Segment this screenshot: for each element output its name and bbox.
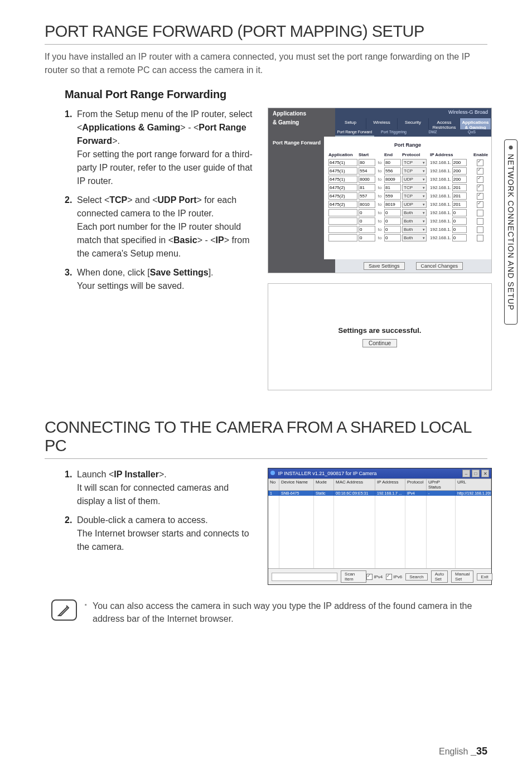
ipi-ipv4-checkbox[interactable]: IPv4 — [366, 574, 383, 580]
router-port-row: toUDP▾192.168.1. — [327, 200, 488, 209]
enable-checkbox[interactable] — [477, 159, 483, 166]
end-input[interactable] — [384, 209, 401, 216]
app-input[interactable] — [328, 184, 357, 191]
to-label: to — [376, 168, 383, 173]
router-tab-apps-gaming[interactable]: Applications & Gaming — [460, 118, 491, 129]
ip-input[interactable] — [452, 234, 467, 241]
router-left-title-b: & Gaming — [268, 118, 335, 129]
router-tab-setup[interactable]: Setup — [335, 118, 366, 129]
protocol-select[interactable]: TCP▾ — [402, 192, 427, 200]
side-tab-network-connection: NETWORK CONNECTION AND SETUP — [504, 139, 518, 325]
ipi-autoset-button[interactable]: Auto Set — [431, 570, 448, 583]
start-input[interactable] — [359, 167, 375, 175]
ip-input[interactable] — [452, 167, 467, 175]
router-tab-wireless[interactable]: Wireless — [366, 118, 398, 129]
start-input[interactable] — [359, 234, 375, 241]
ipi-search-button[interactable]: Search — [405, 573, 427, 580]
enable-checkbox[interactable] — [477, 201, 483, 208]
end-input[interactable] — [384, 217, 401, 225]
app-input[interactable] — [328, 167, 357, 175]
ipi-manualset-button[interactable]: Manual Set — [451, 570, 473, 583]
ip-input[interactable] — [452, 226, 467, 233]
app-input[interactable] — [328, 209, 357, 216]
end-input[interactable] — [384, 167, 401, 175]
continue-button[interactable]: Continue — [362, 339, 397, 347]
ipi-th-proto: Protocol — [405, 479, 427, 490]
start-input[interactable] — [359, 176, 375, 183]
ip-input[interactable] — [452, 176, 467, 183]
stepb-2-number: 2. — [65, 514, 72, 527]
protocol-select[interactable]: TCP▾ — [402, 167, 427, 175]
app-input[interactable] — [328, 192, 357, 200]
protocol-select[interactable]: Both▾ — [402, 209, 427, 216]
app-input[interactable] — [328, 159, 357, 166]
maximize-icon[interactable]: □ — [472, 470, 480, 477]
step-3-line1: When done, click [Save Settings]. — [77, 268, 214, 277]
enable-checkbox[interactable] — [477, 168, 483, 175]
router-subtab-dmz[interactable]: DMZ — [413, 129, 452, 137]
ip-input[interactable] — [452, 217, 467, 225]
router-port-row: toBoth▾192.168.1. — [327, 225, 488, 234]
stepb-2: 2. Double-click a camera to access. The … — [65, 514, 257, 554]
ip-input[interactable] — [452, 201, 467, 208]
ip-prefix: 192.168.1. — [430, 194, 451, 199]
app-input[interactable] — [328, 176, 357, 183]
router-subtab-prf[interactable]: Port Range Forward — [335, 129, 374, 137]
end-input[interactable] — [384, 192, 401, 200]
app-input[interactable] — [328, 201, 357, 208]
enable-checkbox[interactable] — [477, 226, 483, 233]
router-subtab-qos[interactable]: QoS — [452, 129, 491, 137]
router-tab-access[interactable]: Access Restrictions — [429, 118, 460, 129]
router-tab-security[interactable]: Security — [398, 118, 429, 129]
enable-checkbox[interactable] — [477, 210, 483, 216]
protocol-select[interactable]: Both▾ — [402, 226, 427, 233]
protocol-select[interactable]: UDP▾ — [402, 201, 427, 208]
ipi-exit-button[interactable]: Exit — [477, 573, 492, 580]
app-input[interactable] — [328, 217, 357, 225]
enable-checkbox[interactable] — [477, 235, 483, 241]
end-input[interactable] — [384, 159, 401, 166]
minimize-icon[interactable]: – — [462, 470, 470, 477]
app-input[interactable] — [328, 226, 357, 233]
end-input[interactable] — [384, 226, 401, 233]
start-input[interactable] — [359, 159, 375, 166]
router-save-settings-button[interactable]: Save Settings — [364, 262, 405, 270]
start-input[interactable] — [359, 209, 375, 216]
end-input[interactable] — [384, 201, 401, 208]
end-input[interactable] — [384, 234, 401, 241]
app-input[interactable] — [328, 234, 357, 241]
ip-input[interactable] — [452, 209, 467, 216]
end-input[interactable] — [384, 184, 401, 191]
ipi-th-name: Device Name — [279, 479, 314, 490]
ip-input[interactable] — [452, 159, 467, 166]
router-cancel-changes-button[interactable]: Cancel Changes — [416, 262, 463, 270]
start-input[interactable] — [359, 201, 375, 208]
protocol-select[interactable]: Both▾ — [402, 234, 427, 241]
ip-prefix: 192.168.1. — [430, 210, 451, 215]
ipi-scan-input[interactable] — [272, 573, 337, 581]
start-input[interactable] — [359, 192, 375, 200]
router-subtab-pt[interactable]: Port Triggering — [374, 129, 413, 137]
ip-installer-window: IP INSTALLER v1.21_090817 for IP Camera … — [268, 468, 492, 585]
chevron-down-icon: ▾ — [423, 186, 425, 190]
enable-checkbox[interactable] — [477, 176, 483, 183]
end-input[interactable] — [384, 176, 401, 183]
start-input[interactable] — [359, 184, 375, 191]
protocol-select[interactable]: TCP▾ — [402, 159, 427, 166]
protocol-select[interactable]: TCP▾ — [402, 184, 427, 191]
ipi-camera-row[interactable]: 1 SNB-6475 Static 00:16:6C:09:E5:31 192.… — [268, 491, 491, 496]
enable-checkbox[interactable] — [477, 185, 483, 191]
enable-checkbox[interactable] — [477, 193, 483, 200]
ip-input[interactable] — [452, 184, 467, 191]
close-icon[interactable]: ✕ — [481, 470, 489, 477]
ipi-ipv6-checkbox[interactable]: IPv6 — [386, 574, 402, 580]
start-input[interactable] — [359, 226, 375, 233]
protocol-select[interactable]: UDP▾ — [402, 176, 427, 183]
enable-checkbox[interactable] — [477, 218, 483, 225]
ipi-scan-item-button[interactable]: Scan Item — [341, 570, 366, 583]
chevron-down-icon: ▾ — [423, 219, 425, 224]
ip-input[interactable] — [452, 192, 467, 200]
protocol-select[interactable]: Both▾ — [402, 217, 427, 225]
ipi-cell-mode: Static — [314, 491, 334, 496]
start-input[interactable] — [359, 217, 375, 225]
